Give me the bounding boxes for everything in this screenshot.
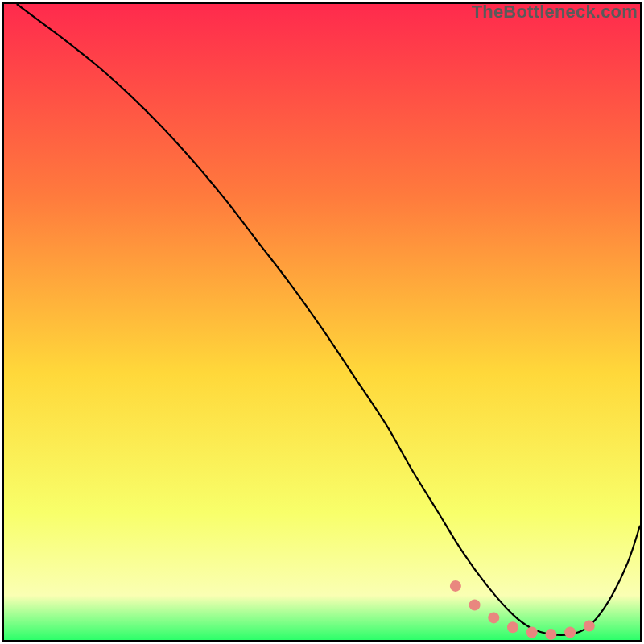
highlight-dot xyxy=(469,600,481,611)
highlight-dot xyxy=(488,612,499,623)
highlight-dot xyxy=(584,621,595,632)
highlight-dot xyxy=(450,580,461,592)
chart-plot xyxy=(4,4,640,640)
chart-frame: TheBottleneck.com xyxy=(0,0,644,644)
highlight-dot xyxy=(507,621,518,633)
highlight-dot xyxy=(545,629,556,640)
watermark-text: TheBottleneck.com xyxy=(472,2,638,23)
highlight-dots xyxy=(450,580,595,640)
highlight-dot xyxy=(526,627,538,638)
highlight-dot xyxy=(564,627,576,638)
bottleneck-curve xyxy=(17,4,640,635)
